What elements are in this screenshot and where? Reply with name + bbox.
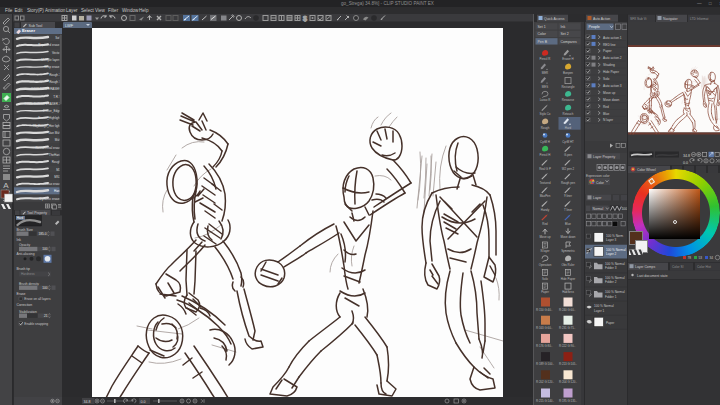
svg-text:78: 78 — [688, 256, 692, 260]
svg-text:Move up: Move up — [603, 91, 615, 95]
svg-text:CyrM HT: CyrM HT — [562, 140, 574, 144]
svg-text:Rough pen: Rough pen — [561, 181, 576, 185]
svg-text:Layer Comps: Layer Comps — [635, 265, 655, 269]
svg-text:Blue: Blue — [603, 112, 610, 116]
svg-text:Handy: Handy — [541, 208, 550, 212]
svg-text:Opacity: Opacity — [19, 243, 31, 247]
svg-text:100 % Normal: 100 % Normal — [605, 262, 625, 266]
svg-text:CyrM H: CyrM H — [540, 140, 550, 144]
svg-text:Move down: Move down — [561, 235, 576, 239]
svg-text:G-pen: G-pen — [564, 153, 572, 157]
svg-text:Eraser H: Eraser H — [562, 57, 573, 61]
svg-text:Correction: Correction — [17, 303, 33, 307]
svg-text:Symmetric: Symmetric — [561, 249, 575, 253]
svg-text:R:195 G:135..: R:195 G:135.. — [559, 399, 577, 403]
svg-text:$: $ — [303, 15, 307, 22]
svg-text:Round+Oval erase: Round+Oval erase — [35, 146, 60, 150]
svg-text:Layer: Layer — [593, 196, 602, 200]
svg-text:Blue: Blue — [565, 222, 571, 226]
svg-text:R:150 G:40..: R:150 G:40.. — [536, 308, 553, 312]
svg-text:21: 21 — [44, 314, 48, 318]
svg-text:185.0: 185.0 — [39, 232, 47, 236]
svg-text:Paper: Paper — [541, 290, 549, 294]
svg-text:Eraser_Edge: Eraser_Edge — [43, 109, 61, 113]
svg-text:TheHard: TheHard — [49, 153, 61, 157]
svg-text:Erase: Erase — [17, 292, 26, 296]
svg-text:R:222 G:90..: R:222 G:90.. — [559, 344, 576, 348]
svg-text:6Max erase: 6Max erase — [45, 182, 61, 186]
svg-text:Set 1: Set 1 — [538, 25, 546, 29]
svg-text:Hard: Hard — [565, 126, 572, 130]
svg-text:N layer: N layer — [603, 118, 614, 122]
svg-text:Auto Action: Auto Action — [593, 17, 610, 21]
svg-text:34.8: 34.8 — [683, 154, 690, 158]
svg-text:Resource: Resource — [562, 98, 575, 102]
svg-text:RED line: RED line — [603, 43, 616, 47]
svg-text:Ink: Ink — [561, 25, 566, 29]
svg-text:Ink: Ink — [17, 238, 22, 242]
svg-text:100: 100 — [42, 286, 48, 290]
svg-text:R:202 G:120..: R:202 G:120.. — [536, 380, 554, 384]
svg-text:34.8: 34.8 — [84, 400, 91, 404]
svg-text:Normal: Normal — [593, 207, 604, 211]
svg-text:Anti-aliasing: Anti-aliasing — [17, 252, 35, 256]
svg-text:R:189 G:100..: R:189 G:100.. — [536, 362, 554, 366]
svg-text:100 % Normal: 100 % Normal — [605, 290, 625, 294]
svg-text:Color Sl: Color Sl — [672, 265, 684, 269]
svg-text:MER: MER — [542, 71, 548, 75]
svg-text:Retouch: Retouch — [563, 112, 574, 116]
svg-text:Shading: Shading — [603, 63, 615, 67]
svg-text:Paper: Paper — [603, 49, 612, 53]
svg-text:Layer 3: Layer 3 — [606, 238, 617, 242]
svg-text:Layer 1: Layer 1 — [594, 309, 605, 313]
svg-text:Rough 3: Rough 3 — [49, 80, 61, 84]
svg-text:53: 53 — [699, 256, 703, 260]
svg-text:MaxPen: MaxPen — [540, 194, 551, 198]
svg-text:Solo: Solo — [542, 277, 548, 281]
svg-text:MES: MES — [542, 85, 548, 89]
svg-text:Repeated eraser: Repeated eraser — [38, 43, 60, 47]
svg-text:9 liner: 9 liner — [564, 194, 572, 198]
svg-text:Pencil R: Pencil R — [540, 57, 551, 61]
svg-text:Auto action 3: Auto action 3 — [603, 84, 622, 88]
svg-text:R:213 G:105..: R:213 G:105.. — [559, 362, 577, 366]
svg-text:Lasso R: Lasso R — [540, 98, 551, 102]
svg-text:Eraser: Eraser — [22, 28, 35, 33]
svg-text:Color Hist: Color Hist — [697, 265, 711, 269]
svg-text:Rectangle: Rectangle — [561, 85, 574, 89]
svg-text:COOL THINGS ERASER 2: COOL THINGS ERASER 2 — [24, 102, 61, 106]
svg-text:People: People — [589, 25, 600, 29]
svg-text:Obs Ruler: Obs Ruler — [561, 263, 574, 267]
svg-text:100 % Normal: 100 % Normal — [594, 304, 614, 308]
svg-text:A: A — [3, 181, 9, 190]
svg-text:HabSess: HabSess — [562, 290, 574, 294]
svg-text:Enable snapping: Enable snapping — [24, 322, 48, 326]
svg-text:100 % Normal: 100 % Normal — [605, 276, 625, 280]
svg-text:LTD Informat: LTD Informat — [690, 17, 708, 21]
svg-text:Real G P: Real G P — [539, 167, 551, 171]
svg-text:Pencil H: Pencil H — [540, 153, 551, 157]
svg-text:Brush density: Brush density — [19, 282, 39, 286]
svg-text:34: 34 — [710, 256, 714, 260]
svg-text:Layer 2: Layer 2 — [606, 252, 617, 256]
svg-text:Vector: Vector — [52, 51, 61, 55]
svg-text:Color: Color — [538, 32, 547, 36]
svg-text:TR_Rough_Hier light: TR_Rough_Hier light — [32, 124, 60, 128]
svg-text:0.0: 0.0 — [141, 400, 146, 404]
svg-text:Hardness: Hardness — [21, 272, 35, 276]
svg-text:Color Wheel: Color Wheel — [637, 168, 656, 172]
svg-text:R:240 G:60..: R:240 G:60.. — [559, 308, 576, 312]
svg-text:Solo: Solo — [603, 77, 610, 81]
svg-text:Navigator: Navigator — [663, 17, 678, 21]
svg-text:Folder 1: Folder 1 — [605, 295, 617, 299]
svg-text:Eraser_Highlight: Eraser_Highlight — [38, 116, 60, 120]
svg-text:Last document state: Last document state — [637, 274, 668, 278]
svg-text:Brush tip: Brush tip — [17, 267, 30, 271]
svg-text:N layer: N layer — [540, 249, 549, 253]
svg-text:Rough 2: Rough 2 — [49, 73, 61, 77]
svg-text:100: 100 — [42, 247, 48, 251]
svg-text:Bonpen: Bonpen — [563, 71, 573, 75]
svg-text:Quick Access: Quick Access — [544, 17, 565, 21]
svg-text:Folder 2: Folder 2 — [605, 280, 617, 284]
svg-text:Stabilization: Stabilization — [19, 310, 37, 314]
